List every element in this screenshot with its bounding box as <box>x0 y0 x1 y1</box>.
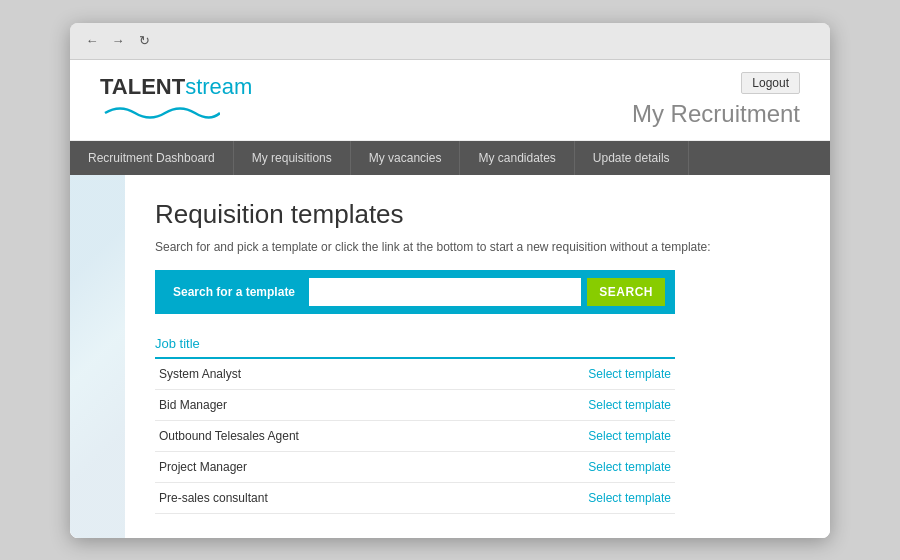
action-cell: Select template <box>477 482 675 513</box>
job-title-sort-link[interactable]: Job title <box>155 336 200 351</box>
logo-wave <box>100 101 220 123</box>
table-row: Outbound Telesales Agent Select template <box>155 420 675 451</box>
column-header-action <box>477 330 675 358</box>
job-title-cell: System Analyst <box>155 358 477 390</box>
action-cell: Select template <box>477 451 675 482</box>
search-bar: Search for a template SeaRcH <box>155 270 675 314</box>
site-header: TALENTstream Logout My Recruitment <box>70 60 830 141</box>
logo-stream: stream <box>185 74 252 99</box>
logo-text: TALENTstream <box>100 76 252 98</box>
search-button[interactable]: SeaRcH <box>587 278 665 306</box>
header-title: My Recruitment <box>632 100 800 128</box>
job-title-cell: Pre-sales consultant <box>155 482 477 513</box>
forward-button[interactable]: → <box>110 33 126 49</box>
nav-item-my-requisitions[interactable]: My requisitions <box>234 141 351 175</box>
table-row: System Analyst Select template <box>155 358 675 390</box>
nav-item-my-candidates[interactable]: My candidates <box>460 141 574 175</box>
browser-content: TALENTstream Logout My Recruitment Recru… <box>70 60 830 538</box>
logo-talent: TALENT <box>100 74 185 99</box>
header-right: Logout My Recruitment <box>632 72 800 128</box>
page-description: Search for and pick a template or click … <box>155 240 800 254</box>
browser-window: ← → ↻ TALENTstream Logout My Recruitment <box>70 23 830 538</box>
back-button[interactable]: ← <box>84 33 100 49</box>
job-title-cell: Project Manager <box>155 451 477 482</box>
left-decoration <box>70 175 125 538</box>
nav-item-my-vacancies[interactable]: My vacancies <box>351 141 461 175</box>
select-template-link[interactable]: Select template <box>588 460 671 474</box>
search-label: Search for a template <box>165 281 303 303</box>
logout-button[interactable]: Logout <box>741 72 800 94</box>
column-header-job-title: Job title <box>155 330 477 358</box>
table-row: Project Manager Select template <box>155 451 675 482</box>
search-input[interactable] <box>309 278 581 306</box>
select-template-link[interactable]: Select template <box>588 429 671 443</box>
action-cell: Select template <box>477 389 675 420</box>
main-content: Requisition templates Search for and pic… <box>70 175 830 538</box>
table-row: Pre-sales consultant Select template <box>155 482 675 513</box>
nav-item-update-details[interactable]: Update details <box>575 141 689 175</box>
nav-bar: Recruitment Dashboard My requisitions My… <box>70 141 830 175</box>
select-template-link[interactable]: Select template <box>588 491 671 505</box>
refresh-button[interactable]: ↻ <box>136 33 152 49</box>
table-row: Bid Manager Select template <box>155 389 675 420</box>
page-title: Requisition templates <box>155 199 800 230</box>
nav-item-recruitment-dashboard[interactable]: Recruitment Dashboard <box>70 141 234 175</box>
browser-chrome: ← → ↻ <box>70 23 830 60</box>
action-cell: Select template <box>477 420 675 451</box>
results-table: Job title System Analyst Select template… <box>155 330 675 514</box>
action-cell: Select template <box>477 358 675 390</box>
job-title-cell: Bid Manager <box>155 389 477 420</box>
content-inner: Requisition templates Search for and pic… <box>155 199 800 514</box>
select-template-link[interactable]: Select template <box>588 367 671 381</box>
job-title-cell: Outbound Telesales Agent <box>155 420 477 451</box>
select-template-link[interactable]: Select template <box>588 398 671 412</box>
logo: TALENTstream <box>100 76 252 123</box>
